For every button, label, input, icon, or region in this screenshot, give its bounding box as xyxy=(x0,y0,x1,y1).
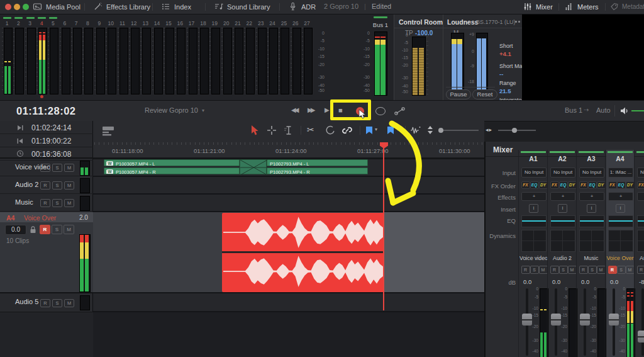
channel-number[interactable]: 26 xyxy=(291,20,301,26)
strip-add-effect-button[interactable]: + xyxy=(521,192,547,201)
strip-track-name[interactable]: Audio 2 xyxy=(548,255,576,261)
track-s-button[interactable]: S xyxy=(52,299,62,307)
strip-r-button[interactable]: R xyxy=(550,266,559,274)
strip-fx-chip-eq[interactable]: EQ xyxy=(588,181,597,189)
monitor-bus-label[interactable]: Bus 1 xyxy=(565,106,582,114)
slider-thumb[interactable] xyxy=(512,128,517,133)
track-m-button[interactable]: M xyxy=(64,164,74,172)
strip-fx-chip-fx[interactable]: FX xyxy=(521,181,530,189)
timeline-view-options-icon[interactable] xyxy=(102,126,114,136)
strip-s-button[interactable]: S xyxy=(559,266,568,274)
link-clips-icon[interactable] xyxy=(341,125,353,135)
track-gain-value[interactable]: 0.0 xyxy=(5,225,26,235)
track-r-button[interactable]: R xyxy=(40,181,50,190)
channel-number[interactable]: 24 xyxy=(267,20,277,26)
strip-track-name[interactable]: Voice Over xyxy=(606,255,634,261)
channel-number[interactable]: 16 xyxy=(175,20,185,26)
channel-number[interactable]: 15 xyxy=(164,20,174,26)
audio-clip[interactable]: WP1003057.MP4 - R xyxy=(104,167,240,174)
strip-input-select[interactable]: 1: iMac ... xyxy=(608,167,633,178)
button-meters-panel[interactable]: Meters xyxy=(565,2,599,11)
strip-level-value[interactable]: 0.0 xyxy=(552,278,560,285)
strip-level-value[interactable]: 0.0 xyxy=(523,278,531,285)
strip-s-button[interactable]: S xyxy=(530,266,539,274)
track-m-button[interactable]: M xyxy=(64,181,74,190)
play-from-in-icon[interactable] xyxy=(16,137,24,145)
track-m-button[interactable]: M xyxy=(64,199,74,207)
strip-insert-button[interactable]: I xyxy=(616,204,625,213)
timeline-selector[interactable]: Review Gopro 10 ▾ xyxy=(145,106,204,114)
channel-number[interactable]: 7 xyxy=(71,20,81,26)
button-media-pool[interactable]: Media Pool xyxy=(33,2,80,11)
strip-insert-button[interactable]: I xyxy=(587,204,596,213)
button-index[interactable]: Index xyxy=(161,2,191,11)
strip-m-button[interactable]: M xyxy=(539,266,548,274)
audio-clip[interactable]: P1002793.MP4 - L xyxy=(267,159,368,166)
strip-s-button[interactable]: S xyxy=(588,266,597,274)
play-button[interactable]: ▶ xyxy=(325,106,330,113)
strip-add-effect-button[interactable]: + xyxy=(550,192,575,201)
selection-tool-icon[interactable] xyxy=(250,125,259,136)
strip-input-select[interactable]: No Input xyxy=(550,167,575,178)
channel-number[interactable]: 18 xyxy=(198,20,208,26)
bus-label[interactable]: Bus 1 xyxy=(370,21,391,28)
strip-input-select[interactable]: No Input xyxy=(579,167,604,178)
strip-track-name[interactable]: Voice video xyxy=(519,255,547,261)
flag-marker-icon[interactable] xyxy=(366,127,372,134)
track-r-button[interactable]: R xyxy=(40,299,50,307)
loudness-reset-button[interactable]: Reset xyxy=(472,89,497,99)
strip-add-effect-button[interactable]: + xyxy=(637,192,644,201)
audio-clip[interactable]: P1002793.MP4 - R xyxy=(267,167,368,174)
strip-level-value[interactable]: 0.0 xyxy=(610,278,618,285)
loudness-options-icon[interactable] xyxy=(515,21,521,23)
track-name[interactable]: Audio 5 xyxy=(15,298,38,305)
channel-number[interactable]: 25 xyxy=(279,20,289,26)
strip-eq-preview[interactable] xyxy=(521,215,547,227)
channel-number[interactable]: 10 xyxy=(106,20,116,26)
selected-track-s-button[interactable]: S xyxy=(52,225,62,234)
strip-eq-preview[interactable] xyxy=(550,215,575,227)
strip-insert-button[interactable]: I xyxy=(558,204,567,213)
strip-insert-button[interactable]: I xyxy=(529,204,538,213)
button-effects-library[interactable]: Effects Library xyxy=(93,2,150,11)
button-sound-library[interactable]: Sound Library xyxy=(214,2,270,11)
strip-add-effect-button[interactable]: + xyxy=(608,192,633,201)
strip-fx-chip-eq[interactable]: EQ xyxy=(559,181,568,189)
loop-button[interactable] xyxy=(375,107,386,115)
strip-r-button[interactable]: R xyxy=(521,266,530,274)
channel-number[interactable]: 14 xyxy=(152,20,162,26)
strip-fx-chip-fx[interactable]: FX xyxy=(608,181,617,189)
channel-number[interactable]: 8 xyxy=(82,20,92,26)
strip-track-name[interactable]: Audio 5 xyxy=(635,255,644,261)
speaker-icon[interactable] xyxy=(619,106,630,116)
monitor-mode-label[interactable]: Auto xyxy=(596,106,611,114)
strip-id[interactable]: A4 xyxy=(606,155,634,162)
strip-r-button[interactable]: R xyxy=(579,266,588,274)
track-m-button[interactable]: M xyxy=(64,299,74,307)
close-window-icon[interactable] xyxy=(5,4,11,10)
strip-m-button[interactable]: M xyxy=(626,266,635,274)
track-name[interactable]: Audio 2 xyxy=(15,181,38,188)
selected-track-name[interactable]: Voice Over xyxy=(24,214,56,222)
maximize-window-icon[interactable] xyxy=(23,4,29,10)
range-selection-tool-icon[interactable] xyxy=(267,125,277,135)
lock-track-icon[interactable] xyxy=(30,225,36,234)
channel-number[interactable]: 9 xyxy=(94,20,104,26)
strip-fx-chip-dy[interactable]: DY xyxy=(626,181,635,189)
strip-dynamics-preview[interactable] xyxy=(608,230,633,252)
channel-number[interactable]: 3 xyxy=(25,20,35,26)
horizontal-zoom-slider[interactable] xyxy=(498,130,536,131)
track-r-button[interactable]: R xyxy=(40,164,50,172)
horizontal-zoom-icon[interactable]: ◂▸ xyxy=(486,127,492,133)
play-to-out-icon[interactable] xyxy=(16,124,24,132)
channel-number[interactable]: 17 xyxy=(187,20,197,26)
strip-s-button[interactable]: S xyxy=(617,266,626,274)
rewind-button[interactable]: ◀◀ xyxy=(291,106,297,113)
strip-input-select[interactable]: No Input xyxy=(637,167,644,178)
strip-fx-chip-eq[interactable]: EQ xyxy=(617,181,626,189)
strip-level-value[interactable]: -8 xyxy=(639,278,644,285)
strip-m-button[interactable]: M xyxy=(597,266,606,274)
channel-number[interactable]: 5 xyxy=(48,20,58,26)
button-mixer-panel[interactable]: Mixer xyxy=(523,2,553,11)
monitor-volume-slider[interactable] xyxy=(631,110,644,111)
